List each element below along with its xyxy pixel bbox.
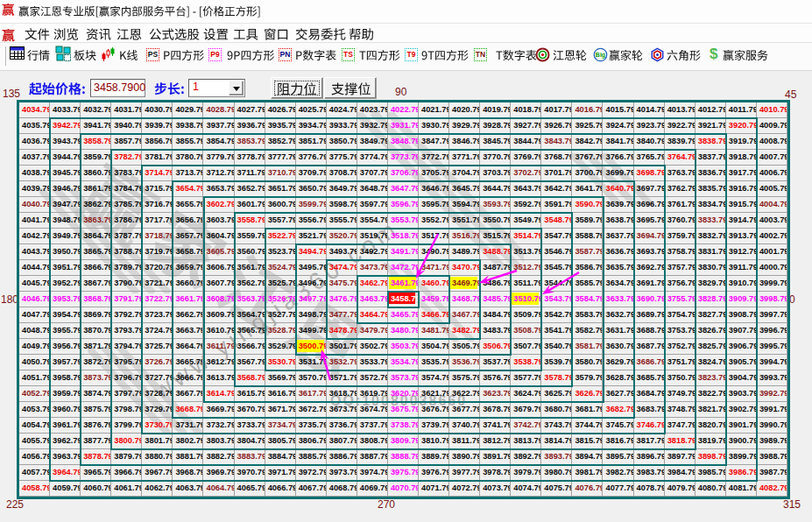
- svg-text:Big: Big: [596, 52, 605, 59]
